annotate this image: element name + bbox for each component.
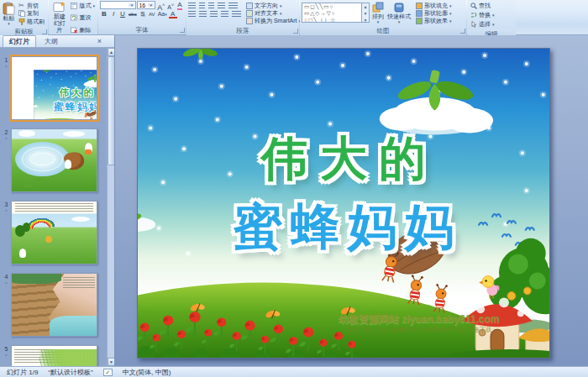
align-center-button[interactable] xyxy=(199,11,207,17)
scroll-up-button[interactable]: ▲ xyxy=(108,48,115,56)
cloud-sprout-art xyxy=(380,70,493,134)
slide-5-thumbnail[interactable] xyxy=(11,345,97,366)
slide-title-line2-mini: 蜜蜂妈妈 xyxy=(34,100,97,113)
cut-button[interactable]: ✂ 剪切 xyxy=(18,2,45,9)
slide-artwork-mini xyxy=(34,70,97,119)
thumbnail-row-1: 1* xyxy=(2,56,108,120)
sprout-art-mini xyxy=(43,70,50,72)
numbering-button[interactable] xyxy=(199,3,205,8)
quick-styles-button[interactable]: 快速样式 ▾ xyxy=(386,1,412,25)
convert-smartart-button[interactable]: 转换为 SmartArt▾ xyxy=(245,17,302,24)
delete-slide-button[interactable]: 删除 xyxy=(70,26,96,34)
new-slide-icon xyxy=(53,2,66,13)
arrange-button[interactable]: 排列 ▾ xyxy=(371,1,385,25)
thumbnail-text-block xyxy=(63,277,95,290)
thumbnail-list: 1* xyxy=(0,48,108,366)
decrease-indent-button[interactable] xyxy=(208,3,214,8)
replace-button[interactable]: 替换▾ xyxy=(470,11,513,18)
select-button[interactable]: 选择▾ xyxy=(470,20,513,28)
slide-number-4: 4* xyxy=(2,273,11,337)
slide-title-line1: 伟大的 xyxy=(138,128,549,191)
scrollbar-thumb[interactable] xyxy=(108,56,115,165)
slide-1-thumbnail-scene: 伟大的 蜜蜂妈妈 幼教资源网站 ziyuan.baby611.com 课件下载 … xyxy=(34,70,97,119)
ribbon-group-clipboard: 粘贴 ▾ ✂ 剪切 复制 xyxy=(0,0,48,34)
shape-fill-icon xyxy=(416,3,423,9)
slide-indicator: 幻灯片 1/9 xyxy=(7,368,38,377)
layout-button[interactable]: 版式▾ xyxy=(70,2,96,9)
drawing-group-label: 绘图 xyxy=(377,27,390,34)
status-bar: 幻灯片 1/9 “默认设计模板” ✓ 中文(简体, 中国) xyxy=(0,366,588,377)
slide-4-thumbnail[interactable] xyxy=(11,273,97,337)
find-icon xyxy=(470,3,477,9)
clear-formatting-button[interactable]: A xyxy=(176,1,184,9)
shapes-gallery-scroll[interactable]: ▲ ▼ ▼ xyxy=(362,3,370,23)
thumbnail-text-block xyxy=(15,203,93,212)
line-spacing-button[interactable] xyxy=(228,3,238,8)
find-button[interactable]: 查找 xyxy=(470,2,513,9)
ants-art-mini xyxy=(84,106,97,119)
format-painter-button[interactable]: 格式刷 xyxy=(18,18,45,25)
character-spacing-button[interactable]: AV xyxy=(148,10,156,18)
align-text-icon xyxy=(246,10,253,17)
cloud-left-art-mini xyxy=(34,103,37,107)
transition-indicator-icon: * xyxy=(2,280,11,287)
italic-button[interactable]: I xyxy=(109,10,118,18)
thumbnail-art xyxy=(12,346,97,366)
thumbnail-row-2: 2* xyxy=(2,128,108,192)
ribbon: 粘贴 ▾ ✂ 剪切 复制 xyxy=(0,0,588,35)
underline-button[interactable]: U xyxy=(118,10,127,18)
paragraph-group-label: 段落 xyxy=(237,27,249,34)
reset-button[interactable]: 重设 xyxy=(70,14,96,22)
slide-2-thumbnail[interactable] xyxy=(11,128,97,192)
tab-slides[interactable]: 幻灯片 xyxy=(3,35,36,47)
shape-effects-button[interactable]: 形状效果▾ xyxy=(415,17,453,24)
justify-button[interactable] xyxy=(221,11,228,17)
align-right-button[interactable] xyxy=(210,11,218,17)
columns-button[interactable] xyxy=(232,11,241,17)
scroll-down-button[interactable]: ▼ xyxy=(108,358,115,366)
slide-1-thumbnail[interactable]: 伟大的 蜜蜂妈妈 幼教资源网站 ziyuan.baby611.com 课件下载 … xyxy=(11,56,97,120)
clipboard-dialog-launcher[interactable] xyxy=(42,29,47,34)
spell-check-icon[interactable]: ✓ xyxy=(103,369,113,376)
strikethrough-button[interactable]: abc xyxy=(128,10,138,18)
align-left-button[interactable] xyxy=(188,11,196,17)
grow-font-button[interactable]: A˄ xyxy=(156,1,165,9)
tab-outline[interactable]: 大纲 xyxy=(38,35,65,47)
new-slide-button[interactable]: 新建 幻灯片 xyxy=(50,1,68,34)
paste-icon xyxy=(3,2,15,15)
paragraph-dialog-launcher[interactable] xyxy=(293,29,298,34)
bullets-button[interactable] xyxy=(188,3,196,8)
font-color-button[interactable]: A xyxy=(169,10,177,18)
thumbnail-row-4: 4* xyxy=(2,273,108,337)
slide-number-3: 3* xyxy=(2,201,11,264)
ribbon-group-drawing: ▭◻╲╲▭○ ▭△◇→▽○ ○◻╲（）☆ ▲ ▼ ▼ 排列 xyxy=(300,0,466,34)
increase-indent-button[interactable] xyxy=(218,3,225,8)
slides-panel: 幻灯片 大纲 × 1* xyxy=(0,35,115,366)
shrink-font-button[interactable]: A˅ xyxy=(166,1,175,9)
format-painter-icon xyxy=(18,18,25,25)
paste-button[interactable]: 粘贴 ▾ xyxy=(2,1,16,26)
slide-3-thumbnail[interactable] xyxy=(11,201,97,264)
clipboard-group-label: 剪贴板 xyxy=(14,28,34,35)
change-case-button[interactable]: Aa▾ xyxy=(157,10,168,18)
font-dialog-launcher[interactable] xyxy=(180,28,185,33)
language-indicator[interactable]: 中文(简体, 中国) xyxy=(123,368,171,377)
drawing-dialog-launcher[interactable] xyxy=(460,29,465,34)
copy-button[interactable]: 复制 xyxy=(18,10,45,18)
shapes-gallery[interactable]: ▭◻╲╲▭○ ▭△◇→▽○ ○◻╲（）☆ ▲ ▼ ▼ xyxy=(302,1,370,25)
panel-close-button[interactable]: × xyxy=(95,37,104,46)
ribbon-group-editing: 查找 替换▾ 选择▾ 编辑 xyxy=(467,0,516,34)
ribbon-group-paragraph: 文字方向▾ 对齐文本▾ 转换为 SmartArt▾ 段落 xyxy=(186,0,299,34)
bold-button[interactable]: B xyxy=(100,10,108,18)
slide-canvas[interactable]: 伟大的 蜜蜂妈妈 幼教资源网站 ziyuan.baby611.com 课件下载 … xyxy=(137,48,550,359)
slide-number-1: 1* xyxy=(2,56,11,120)
text-shadow-button[interactable]: S xyxy=(139,10,147,18)
thumbnail-row-5: 5* xyxy=(2,345,108,366)
font-size-combo[interactable]: 16▾ xyxy=(137,1,155,9)
sprout-art xyxy=(182,49,218,60)
font-name-combo[interactable]: ▾ xyxy=(100,1,136,9)
panel-scrollbar[interactable]: ▲ ▼ xyxy=(107,48,114,366)
theme-name[interactable]: “默认设计模板” xyxy=(48,368,92,377)
slide-number-2: 2* xyxy=(2,128,11,192)
panel-tabs: 幻灯片 大纲 × xyxy=(0,35,114,48)
